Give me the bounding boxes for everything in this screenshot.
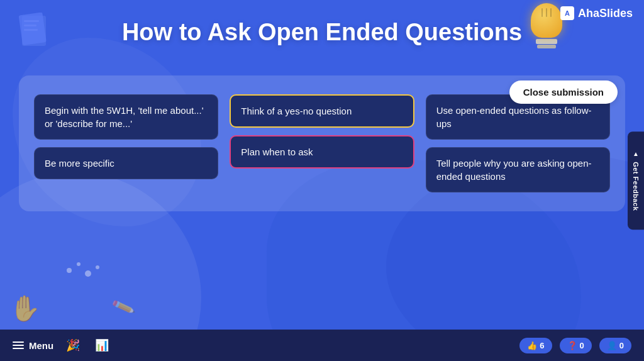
activity-icon: 🎉 — [66, 339, 80, 352]
thumbs-count: 6 — [540, 341, 544, 350]
svg-point-8 — [85, 270, 91, 277]
thumbs-icon: 👍 — [527, 341, 537, 350]
feedback-tab[interactable]: ▲ Get Feedback — [628, 131, 644, 230]
questions-count: 0 — [580, 341, 584, 350]
svg-point-9 — [96, 265, 99, 269]
card-column-1: Begin with the 5W1H, 'tell me about...' … — [34, 94, 218, 192]
chevron-icon: ▲ — [633, 150, 640, 158]
card-column-3: Use open-ended questions as follow-ups T… — [426, 94, 610, 192]
card-2-2: Plan when to ask — [230, 135, 414, 169]
chart-icon: 📊 — [95, 339, 109, 352]
decorative-pencil: ✏️ — [111, 294, 136, 319]
users-stat: 👤 0 — [599, 338, 631, 353]
brand-name: AhaSlides — [578, 7, 633, 20]
logo-icon: A — [560, 6, 574, 20]
card-2-1: Think of a yes-no question — [230, 94, 414, 128]
hamburger-icon — [13, 342, 24, 349]
card-1-1: Begin with the 5W1H, 'tell me about...' … — [34, 94, 218, 140]
decorative-hand: ✋ — [9, 294, 41, 323]
feedback-label: Get Feedback — [632, 162, 640, 211]
activity-button[interactable]: 🎉 — [64, 336, 82, 355]
bottom-bar: Menu 🎉 📊 👍 6 ❓ 0 👤 0 — [0, 330, 644, 361]
top-bar: A AhaSlides — [549, 0, 644, 26]
thumbs-stat: 👍 6 — [519, 338, 552, 353]
users-icon: 👤 — [607, 341, 617, 350]
decorative-dots — [63, 258, 101, 286]
svg-point-6 — [67, 268, 72, 273]
chart-button[interactable]: 📊 — [92, 336, 111, 355]
card-column-2: Think of a yes-no question Plan when to … — [230, 94, 414, 192]
svg-point-7 — [77, 262, 80, 266]
users-count: 0 — [619, 341, 624, 350]
page-title: How to Ask Open Ended Questions — [0, 19, 644, 46]
question-icon: ❓ — [567, 341, 577, 350]
menu-button[interactable]: Menu — [13, 340, 53, 351]
close-submission-button[interactable]: Close submission — [509, 81, 618, 104]
menu-label: Menu — [29, 340, 53, 351]
card-1-2: Be more specific — [34, 147, 218, 179]
card-3-2: Tell people why you are asking open-ende… — [426, 147, 610, 192]
bottom-stats: 👍 6 ❓ 0 👤 0 — [519, 338, 631, 353]
bottom-left-controls: Menu 🎉 📊 — [13, 336, 111, 355]
questions-stat: ❓ 0 — [560, 338, 592, 353]
